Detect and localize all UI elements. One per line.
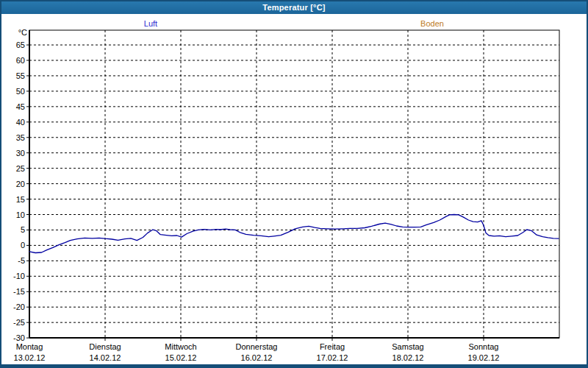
temperature-chart: 65605550454035302520151050-5-10-15-20-25… xyxy=(0,0,588,368)
y-tick-label: -25 xyxy=(13,318,25,327)
day-date-label: 19.02.12 xyxy=(468,353,500,362)
temperature-curve xyxy=(29,215,559,253)
y-tick-label: 35 xyxy=(16,133,25,142)
day-date-label: 18.02.12 xyxy=(392,353,424,362)
y-tick-label: 45 xyxy=(16,102,25,111)
y-tick-label: -10 xyxy=(13,272,25,280)
y-tick-label: -20 xyxy=(13,302,25,311)
y-tick-label: -15 xyxy=(13,287,25,296)
day-date-label: 13.02.12 xyxy=(14,353,46,362)
y-tick-label: 25 xyxy=(16,164,25,173)
app-window: Temperatur [°C] Luft Boden °C 6560555045… xyxy=(0,0,588,368)
y-tick-label: 20 xyxy=(16,180,25,188)
y-tick-label: 60 xyxy=(16,56,25,65)
y-tick-label: 65 xyxy=(16,40,25,49)
y-tick-label: -5 xyxy=(18,256,25,265)
day-name-label: Dienstag xyxy=(89,342,121,351)
y-tick-label: 5 xyxy=(21,225,25,234)
y-tick-label: 15 xyxy=(16,195,25,204)
day-date-label: 17.02.12 xyxy=(317,353,348,362)
day-date-label: 16.02.12 xyxy=(241,353,273,362)
y-tick-label: 10 xyxy=(16,210,25,219)
day-date-label: 14.02.12 xyxy=(90,353,121,362)
day-name-label: Montag xyxy=(16,342,43,351)
y-tick-label: 40 xyxy=(16,118,25,127)
day-name-label: Donnerstag xyxy=(236,342,278,351)
y-tick-label: -30 xyxy=(13,333,25,342)
y-tick-label: 50 xyxy=(16,87,25,96)
day-name-label: Freitag xyxy=(320,342,345,351)
day-name-label: Sonntag xyxy=(469,342,499,351)
day-name-label: Samstag xyxy=(392,342,423,351)
y-tick-label: 0 xyxy=(21,241,25,250)
y-tick-label: 55 xyxy=(16,71,25,80)
y-tick-label: 30 xyxy=(16,149,25,158)
day-name-label: Mittwoch xyxy=(165,342,196,351)
day-date-label: 15.02.12 xyxy=(165,353,197,362)
